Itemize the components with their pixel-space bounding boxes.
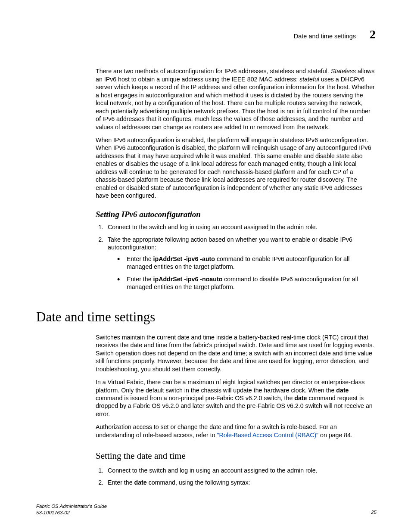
list-item: Enter the ipAddrSet -ipv6 -noauto comman… [117,275,377,291]
text: In a Virtual Fabric, there can be a maxi… [96,379,364,393]
footer-doc-title: Fabric OS Administrator's Guide [36,503,107,509]
command: date [134,479,147,486]
page: Date and time settings 2 There are two m… [0,0,411,532]
text: Enter the [127,276,153,283]
paragraph: In a Virtual Fabric, there can be a maxi… [96,378,377,418]
body-block-2: Switches maintain the current date and t… [96,333,377,487]
paragraph: When IPv6 autoconfiguration is enabled, … [96,136,377,200]
body-block-1: There are two methods of autoconfigurati… [96,67,377,291]
running-header-title: Date and time settings [294,32,356,40]
bullet-list: Enter the ipAddrSet -ipv6 -auto command … [117,255,377,291]
list-item: Take the appropriate following action ba… [105,236,377,291]
list-item: Enter the date command, using the follow… [105,479,377,486]
list-item: Connect to the switch and log in using a… [105,467,377,474]
command: date [336,387,349,394]
paragraph: Authorization access to set or change th… [96,423,377,439]
ordered-list: Connect to the switch and log in using a… [96,223,377,291]
footer-left: Fabric OS Administrator's Guide 53-10017… [36,503,107,516]
term-stateless: Stateless [331,68,356,75]
heading-setting-ipv6-autoconfiguration: Setting IPv6 autoconfiguration [96,209,377,220]
paragraph: Switches maintain the current date and t… [96,333,377,373]
list-item: Connect to the switch and log in using a… [105,223,377,231]
text: Connect to the switch and log in using a… [108,224,318,230]
term-stateful: stateful [299,76,319,83]
chapter-number: 2 [370,27,376,42]
list-item: Enter the ipAddrSet -ipv6 -auto command … [117,255,377,271]
text: Enter the [108,479,134,486]
text: command is issued from a non-principal p… [96,395,294,401]
text: uses a DHCPv6 server which keeps a recor… [96,76,375,131]
footer-page-number: 25 [371,509,377,516]
heading-setting-the-date-and-time: Setting the date and time [96,450,377,462]
command: ipAddrSet -ipv6 -auto [153,255,215,262]
heading-date-and-time-settings: Date and time settings [36,308,377,326]
command: ipAddrSet -ipv6 -noauto [153,276,223,283]
command: date [294,395,307,401]
text: There are two methods of autoconfigurati… [96,68,331,75]
text: Take the appropriate following action ba… [108,236,352,251]
footer-doc-number: 53-1001763-02 [36,510,107,516]
text: command, using the following syntax: [147,479,250,486]
cross-reference-link[interactable]: "Role-Based Access Control (RBAC)" [217,432,319,439]
page-footer: Fabric OS Administrator's Guide 53-10017… [36,503,377,516]
ordered-list: Connect to the switch and log in using a… [96,467,377,487]
paragraph: There are two methods of autoconfigurati… [96,67,377,131]
text: on page 84. [318,432,352,439]
text: Enter the [127,255,153,262]
running-header: Date and time settings 2 [36,27,377,42]
text: Connect to the switch and log in using a… [108,467,318,474]
